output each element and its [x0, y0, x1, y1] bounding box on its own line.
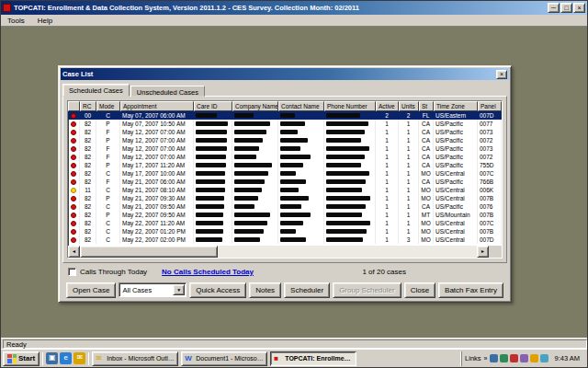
outlook-icon[interactable]: ✉	[74, 352, 85, 364]
tray-icon[interactable]	[500, 354, 508, 362]
status-dot-icon	[71, 171, 76, 177]
open-case-button[interactable]: Open Case	[66, 282, 116, 298]
table-row[interactable]: 82CMay 17, 2007 10:00 AM11MOUS/Central00…	[68, 169, 502, 178]
cell-mode: P	[96, 194, 120, 202]
redacted-text	[196, 113, 217, 118]
no-calls-scheduled-link[interactable]: No Calls Scheduled Today	[162, 268, 254, 276]
table-row[interactable]: 82FMay 12, 2007 07:00 AM11CAUS/Pacific00…	[68, 144, 502, 153]
scheduler-button[interactable]: Scheduler	[284, 282, 330, 298]
app-title: TOPCATI: Enrollment & Data Collection Sy…	[14, 4, 548, 12]
column-header-units[interactable]: Units	[399, 101, 419, 111]
notes-button[interactable]: Notes	[249, 282, 281, 298]
internet-explorer-icon[interactable]: e	[60, 352, 72, 364]
tray-icon[interactable]	[520, 354, 528, 362]
table-row[interactable]: 82PMay 07, 2007 10:50 AM11CAUS/Pacific00…	[68, 120, 502, 128]
cell-rc: 82	[80, 128, 96, 136]
tray-icon[interactable]	[510, 354, 518, 362]
redacted-text	[234, 213, 270, 217]
redacted-text	[196, 229, 223, 234]
chevron-right-icon[interactable]: »	[484, 355, 488, 362]
cell-st: MO	[419, 186, 434, 194]
column-header-contact-name[interactable]: Contact Name	[278, 101, 324, 111]
horizontal-scroll-thumb[interactable]	[80, 246, 218, 258]
menu-help[interactable]: Help	[31, 16, 59, 26]
calls-through-today-checkbox[interactable]	[68, 268, 76, 276]
column-header-time-zone[interactable]: Time Zone	[434, 101, 478, 111]
table-row[interactable]: 11CMay 21, 2007 08:10 AM11MOUS/Central00…	[68, 186, 502, 194]
cell-appointment: May 12, 2007 07:00 AM	[120, 136, 194, 144]
table-row[interactable]: 82CMay 22, 2007 02:00 PM13MOUS/Central00…	[68, 236, 502, 244]
cell-company-name	[232, 111, 278, 120]
cell-units: 1	[399, 178, 419, 186]
cell-time-zone: US/Pacific	[434, 153, 478, 161]
quick-access-button[interactable]: Quick Access	[189, 282, 246, 298]
table-row[interactable]: 82CMay 22, 2007 01:20 PM11MOUS/Central00…	[68, 227, 502, 236]
start-button[interactable]: Start	[3, 351, 40, 366]
scroll-left-icon[interactable]: ◄	[68, 246, 80, 258]
dialog-titlebar[interactable]: Case List ×	[61, 68, 509, 80]
column-header-appointment[interactable]: Appointment	[120, 101, 194, 111]
scroll-right-icon[interactable]: ►	[477, 246, 489, 258]
dialog-close-icon[interactable]: ×	[496, 70, 507, 79]
batch-fax-entry-button[interactable]: Batch Fax Entry	[438, 282, 503, 298]
cell-st: CA	[419, 178, 434, 186]
table-row[interactable]: 82PMay 22, 2007 09:50 AM11MTUS/Mountain0…	[68, 211, 502, 219]
column-header-rc[interactable]: RC	[80, 101, 96, 111]
cell-st: MO	[419, 219, 434, 227]
column-header-phone-number[interactable]: Phone Number	[324, 101, 376, 111]
table-row[interactable]: 82PMay 12, 2007 07:00 AM11CAUS/Pacific00…	[68, 136, 502, 144]
maximize-icon[interactable]: □	[560, 3, 572, 13]
cell-rc: 82	[80, 227, 96, 236]
status-bar: Ready	[1, 338, 587, 349]
cell-active: 2	[376, 111, 399, 120]
table-row[interactable]: 00CMay 07, 2007 06:00 AM22FLUS/Eastern00…	[68, 111, 502, 120]
column-header-mode[interactable]: Mode	[96, 101, 120, 111]
table-row[interactable]: 82FMay 21, 2007 06:00 AM11CAUS/Pacific76…	[68, 178, 502, 186]
cell-active: 1	[376, 236, 399, 244]
tray-icon[interactable]	[490, 354, 498, 362]
case-filter-dropdown[interactable]: All Cases ▼	[119, 282, 187, 297]
close-button[interactable]: Close	[404, 282, 435, 298]
tray-icons	[490, 354, 548, 362]
redacted-text	[326, 237, 363, 242]
cell-rc: 82	[80, 169, 96, 178]
close-icon[interactable]: ×	[573, 3, 585, 13]
cell-active: 1	[376, 120, 399, 128]
cell-mode: P	[96, 120, 120, 128]
tab-unscheduled-cases[interactable]: Unscheduled Cases	[130, 86, 205, 97]
cell-st: MO	[419, 194, 434, 202]
show-desktop-icon[interactable]: ▣	[46, 352, 58, 364]
redacted-text	[280, 155, 311, 159]
redacted-text	[196, 237, 222, 242]
table-row[interactable]: 82PMay 21, 2007 09:30 AM11MOUS/Central00…	[68, 194, 502, 202]
table-row[interactable]: 82PMay 17, 2007 11:20 AM11CAUS/Pacific75…	[68, 161, 502, 169]
redacted-text	[234, 146, 259, 151]
table-row[interactable]: 82CMay 21, 2007 09:50 AM11CAUS/Pacific00…	[68, 202, 502, 211]
redacted-text	[196, 146, 227, 151]
tray-icon[interactable]	[530, 354, 538, 362]
tray-icon[interactable]	[540, 354, 548, 362]
column-header-care-id[interactable]: Care ID	[194, 101, 232, 111]
table-row[interactable]: 82CMay 22, 2007 11:20 AM11MOUS/Central00…	[68, 219, 502, 227]
task-button-outlook[interactable]: ✉ Inbox - Microsoft Outlook	[92, 351, 178, 366]
chevron-down-icon[interactable]: ▼	[173, 284, 185, 295]
menu-tools[interactable]: Tools	[1, 16, 31, 26]
status-dot-icon	[71, 146, 76, 152]
cell-contact-name	[278, 236, 324, 244]
column-header-active[interactable]: Active	[376, 101, 399, 111]
task-button-topcati[interactable]: ■ TOPCATI: Enrollment...	[270, 351, 356, 366]
cell-care-id	[194, 186, 232, 194]
column-header-status[interactable]	[68, 101, 80, 111]
table-row[interactable]: 82FMay 12, 2007 07:00 AM11CAUS/Pacific00…	[68, 128, 502, 136]
cell-contact-name	[278, 120, 324, 128]
table-row[interactable]: 82FMay 12, 2007 07:00 AM11CAUS/Pacific00…	[68, 153, 502, 161]
horizontal-scrollbar[interactable]: ◄ ►	[68, 246, 489, 258]
minimize-icon[interactable]: ─	[548, 3, 560, 13]
column-header-company-name[interactable]: Company Name	[232, 101, 278, 111]
cell-care-id	[194, 194, 232, 202]
column-header-st[interactable]: St	[419, 101, 434, 111]
column-header-panel[interactable]: Panel	[478, 101, 502, 111]
links-toolbar-label[interactable]: Links	[465, 354, 481, 362]
tab-scheduled-cases[interactable]: Scheduled Cases	[62, 84, 130, 97]
task-button-word[interactable]: W Document1 - Microsoft W...	[181, 351, 267, 366]
